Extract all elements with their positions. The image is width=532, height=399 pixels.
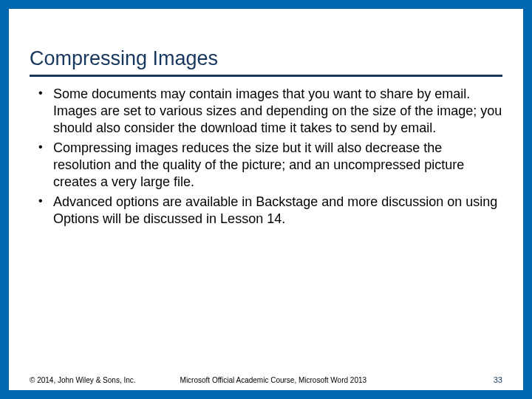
footer-copyright: © 2014, John Wiley & Sons, Inc. <box>30 376 136 384</box>
bullet-list: Some documents may contain images that y… <box>30 86 502 228</box>
list-item: Advanced options are available in Backst… <box>34 194 502 228</box>
footer-course: Microsoft Official Academic Course, Micr… <box>136 376 494 384</box>
list-item: Compressing images reduces the size but … <box>34 140 502 191</box>
slide-frame: Compressing Images Some documents may co… <box>0 0 532 399</box>
slide-title: Compressing Images <box>30 47 502 70</box>
title-underline <box>30 75 502 77</box>
slide-footer: © 2014, John Wiley & Sons, Inc. Microsof… <box>30 375 502 384</box>
page-number: 33 <box>494 375 502 384</box>
list-item: Some documents may contain images that y… <box>34 86 502 137</box>
